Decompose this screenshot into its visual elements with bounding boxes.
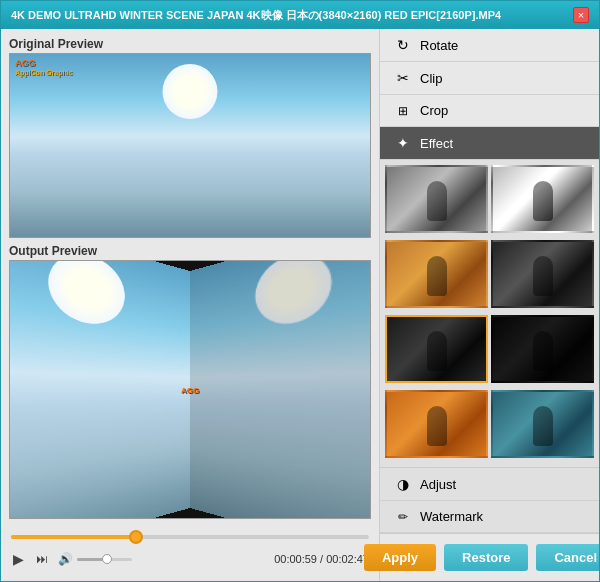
- title-bar: 4K DEMO ULTRAHD WINTER SCENE JAPAN 4K映像 …: [1, 1, 599, 29]
- sidebar-item-clip[interactable]: ✂ Clip: [380, 62, 599, 95]
- adjust-icon: ◑: [394, 476, 412, 492]
- cube-right-face: [190, 260, 371, 519]
- rotate-label: Rotate: [420, 38, 458, 53]
- cancel-button[interactable]: Cancel: [536, 544, 599, 571]
- rotate-icon: ↻: [394, 37, 412, 53]
- original-preview-label: Original Preview: [9, 37, 371, 51]
- progress-track[interactable]: [11, 535, 369, 539]
- watermark-label: Watermark: [420, 509, 483, 524]
- output-video-frame: AGG: [10, 261, 370, 518]
- restore-button[interactable]: Restore: [444, 544, 528, 571]
- main-window: 4K DEMO ULTRAHD WINTER SCENE JAPAN 4K映像 …: [0, 0, 600, 582]
- sidebar-item-watermark[interactable]: ✏ Watermark: [380, 501, 599, 533]
- cube-left-scene: [9, 260, 190, 519]
- controls-area: ▶ ⏭ 🔊 00:00:59 / 00:02:47: [9, 525, 371, 573]
- original-logo-overlay: AGGApplCon Graphic: [15, 59, 73, 77]
- time-separator: /: [320, 553, 323, 565]
- time-display: 00:00:59 / 00:02:47: [274, 553, 369, 565]
- output-preview-label: Output Preview: [9, 244, 371, 258]
- progress-fill: [11, 535, 136, 539]
- bottom-menu: ◑ Adjust ✏ Watermark: [380, 467, 599, 533]
- effect-thumb-teal1[interactable]: [491, 390, 594, 458]
- transport-row: ▶ ⏭ 🔊 00:00:59 / 00:02:47: [9, 549, 371, 569]
- total-time: 00:02:47: [326, 553, 369, 565]
- menu-items: ↻ Rotate ✂ Clip ⊞ Crop ✦ Effect: [380, 29, 599, 160]
- effects-grid: [380, 160, 599, 467]
- sidebar-item-adjust[interactable]: ◑ Adjust: [380, 468, 599, 501]
- left-panel: Original Preview AGGApplCon Graphic Outp…: [1, 29, 379, 581]
- output-logo: AGG: [181, 385, 199, 394]
- play-button[interactable]: ▶: [11, 549, 26, 569]
- effect-thumb-dark2[interactable]: [491, 315, 594, 383]
- sidebar-item-crop[interactable]: ⊞ Crop: [380, 95, 599, 127]
- cube-right-scene: [190, 260, 371, 519]
- window-title: 4K DEMO ULTRAHD WINTER SCENE JAPAN 4K映像 …: [11, 8, 501, 23]
- adjust-label: Adjust: [420, 477, 456, 492]
- clip-label: Clip: [420, 71, 442, 86]
- original-preview-section: Original Preview AGGApplCon Graphic: [9, 37, 371, 238]
- volume-track[interactable]: [77, 558, 132, 561]
- clip-icon: ✂: [394, 70, 412, 86]
- crop-icon: ⊞: [394, 104, 412, 118]
- effect-thumb-bw2[interactable]: [491, 165, 594, 233]
- progress-thumb[interactable]: [129, 530, 143, 544]
- effect-thumb-bw1[interactable]: [385, 165, 488, 233]
- effect-thumb-warm1[interactable]: [385, 240, 488, 308]
- sidebar-item-effect[interactable]: ✦ Effect: [380, 127, 599, 160]
- volume-icon: 🔊: [58, 552, 73, 566]
- effect-thumb-selected[interactable]: [385, 315, 488, 383]
- watermark-icon: ✏: [394, 510, 412, 524]
- fast-forward-button[interactable]: ⏭: [34, 550, 50, 568]
- output-preview-section: Output Preview AGG: [9, 244, 371, 519]
- original-video-frame: AGGApplCon Graphic: [10, 54, 370, 237]
- content-area: Original Preview AGGApplCon Graphic Outp…: [1, 29, 599, 581]
- bottom-buttons: Apply Restore Cancel: [380, 533, 599, 581]
- volume-thumb[interactable]: [102, 554, 112, 564]
- current-time: 00:00:59: [274, 553, 317, 565]
- effect-thumb-orange1[interactable]: [385, 390, 488, 458]
- crop-label: Crop: [420, 103, 448, 118]
- close-button[interactable]: ×: [573, 7, 589, 23]
- right-panel: ↻ Rotate ✂ Clip ⊞ Crop ✦ Effect: [379, 29, 599, 581]
- original-preview-box: AGGApplCon Graphic: [9, 53, 371, 238]
- volume-area: 🔊: [58, 552, 132, 566]
- output-preview-box: AGG: [9, 260, 371, 519]
- effect-thumb-dark1[interactable]: [491, 240, 594, 308]
- effect-label: Effect: [420, 136, 453, 151]
- progress-bar-container[interactable]: [9, 529, 371, 545]
- effect-icon: ✦: [394, 135, 412, 151]
- apply-button[interactable]: Apply: [364, 544, 436, 571]
- cube-left-face: [9, 260, 190, 519]
- sidebar-item-rotate[interactable]: ↻ Rotate: [380, 29, 599, 62]
